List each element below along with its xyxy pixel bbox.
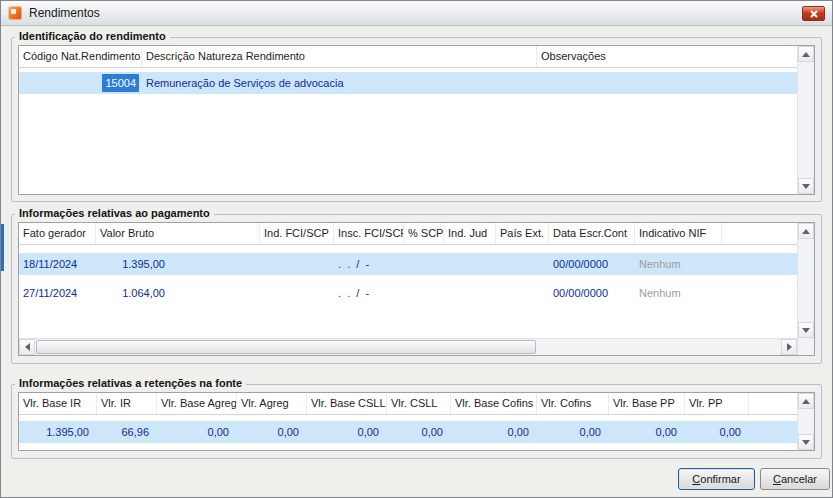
triangle-up-icon (802, 52, 810, 57)
cell-vlr-base-ir[interactable]: 1.395,00 (19, 421, 97, 443)
pagamento-row-2[interactable]: 27/11/2024 1.064,00 . . / - 00/00/0000 N… (19, 282, 814, 304)
cell-vlr-pp[interactable]: 0,00 (685, 421, 749, 443)
cell-descricao[interactable]: Remuneração de Serviços de advocacia (142, 72, 537, 94)
triangle-down-icon (802, 440, 810, 445)
cell-indicativo-nif[interactable]: Nenhum (635, 282, 722, 304)
app-icon[interactable] (8, 6, 22, 20)
identificacao-grid: Código Nat.Rendimento Descrição Natureza… (18, 45, 815, 195)
scroll-up-button[interactable] (798, 393, 814, 409)
cell-pais-ext[interactable] (496, 282, 549, 304)
pagamento-row-1[interactable]: 18/11/2024 1.395,00 . . / - 00/00/0000 N… (19, 253, 814, 275)
cell-ind-jud[interactable] (444, 282, 496, 304)
cell-observacoes[interactable] (537, 72, 814, 94)
cell-vlr-ir[interactable]: 66,96 (97, 421, 157, 443)
rendimentos-dialog: Rendimentos Identificação do rendimento … (0, 0, 833, 498)
group-retencoes-title: Informações relativas a retenções na fon… (15, 377, 246, 389)
background-window-edge (1, 224, 4, 271)
cell-vlr-csll[interactable]: 0,00 (387, 421, 451, 443)
cell-pct-scp[interactable] (404, 253, 444, 275)
cell-pct-scp[interactable] (404, 282, 444, 304)
column-header-vlr-base-ir[interactable]: Vlr. Base IR (19, 393, 97, 414)
titlebar[interactable]: Rendimentos (1, 1, 832, 26)
triangle-right-icon (787, 343, 792, 351)
cell-valor-bruto[interactable]: 1.064,00 (96, 282, 260, 304)
pagamento-grid: Fato gerador Valor Bruto Ind. FCI/SCP In… (18, 222, 815, 356)
cell-fato-gerador[interactable]: 27/11/2024 (19, 282, 96, 304)
scroll-up-button[interactable] (798, 46, 814, 62)
selected-cell-value[interactable]: 15004 (102, 74, 139, 92)
column-header-indicativo-nif[interactable]: Indicativo NIF (635, 223, 722, 244)
retencoes-grid: Vlr. Base IR Vlr. IR Vlr. Base Agreg Vlr… (18, 392, 815, 451)
column-header-vlr-base-pp[interactable]: Vlr. Base PP (609, 393, 685, 414)
cancel-button[interactable]: Cancelar (760, 468, 830, 490)
column-header-pct-scp[interactable]: % SCP (404, 223, 444, 244)
cell-codigo[interactable]: 15004 (19, 72, 142, 94)
cell-vlr-base-agreg[interactable]: 0,00 (157, 421, 237, 443)
column-header-observacoes[interactable]: Observações (537, 46, 814, 67)
retencoes-row-1[interactable]: 1.395,00 66,96 0,00 0,00 0,00 0,00 0,00 … (19, 421, 814, 443)
scroll-down-button[interactable] (798, 322, 814, 338)
scroll-right-button[interactable] (781, 339, 797, 355)
cell-insc-fci-scp[interactable]: . . / - (334, 253, 404, 275)
pagamento-header-row: Fato gerador Valor Bruto Ind. FCI/SCP In… (19, 223, 814, 245)
column-header-vlr-base-agreg[interactable]: Vlr. Base Agreg (157, 393, 237, 414)
cell-ind-fci-scp[interactable] (260, 282, 334, 304)
column-header-vlr-base-csll[interactable]: Vlr. Base CSLL (307, 393, 387, 414)
cell-filler (722, 253, 730, 275)
vertical-scrollbar[interactable] (797, 393, 814, 450)
cell-vlr-base-csll[interactable]: 0,00 (307, 421, 387, 443)
column-header-vlr-pp[interactable]: Vlr. PP (685, 393, 749, 414)
column-header-valor-bruto[interactable]: Valor Bruto (96, 223, 260, 244)
cell-vlr-base-pp[interactable]: 0,00 (609, 421, 685, 443)
triangle-left-icon (25, 343, 30, 351)
scroll-down-button[interactable] (798, 178, 814, 194)
triangle-up-icon (802, 399, 810, 404)
column-header-fato-gerador[interactable]: Fato gerador (19, 223, 96, 244)
group-pagamento-title: Informações relativas ao pagamento (15, 207, 214, 219)
column-header-ind-fci-scp[interactable]: Ind. FCI/SCP (260, 223, 334, 244)
column-header-pais-ext[interactable]: País Ext. (496, 223, 549, 244)
column-header-data-escr-cont[interactable]: Data Escr.Cont (549, 223, 635, 244)
column-header-vlr-csll[interactable]: Vlr. CSLL (387, 393, 451, 414)
confirm-button-label: Confirmar (679, 473, 754, 485)
cell-filler (749, 421, 757, 443)
cell-pais-ext[interactable] (496, 253, 549, 275)
column-header-vlr-base-cofins[interactable]: Vlr. Base Cofins (451, 393, 537, 414)
cell-ind-jud[interactable] (444, 253, 496, 275)
confirm-button[interactable]: Confirmar (678, 468, 755, 490)
triangle-down-icon (802, 328, 810, 333)
vertical-scrollbar[interactable] (797, 223, 814, 338)
scroll-left-button[interactable] (19, 339, 35, 355)
column-header-insc-fci-scp[interactable]: Insc. FCI/SCP (334, 223, 404, 244)
identificacao-row-1[interactable]: 15004 Remuneração de Serviços de advocac… (19, 72, 814, 94)
vertical-scrollbar[interactable] (797, 46, 814, 194)
column-header-vlr-ir[interactable]: Vlr. IR (97, 393, 157, 414)
cell-vlr-base-cofins[interactable]: 0,00 (451, 421, 537, 443)
cell-data-escr-cont[interactable]: 00/00/0000 (549, 282, 635, 304)
close-button[interactable] (802, 6, 825, 21)
cancel-button-label: Cancelar (761, 473, 829, 485)
horizontal-scrollbar[interactable] (19, 338, 797, 355)
column-header-ind-jud[interactable]: Ind. Jud (444, 223, 496, 244)
scroll-down-button[interactable] (798, 434, 814, 450)
window-title: Rendimentos (29, 6, 100, 20)
column-header-vlr-cofins[interactable]: Vlr. Cofins (537, 393, 609, 414)
column-header-codigo-nat-rendimento[interactable]: Código Nat.Rendimento (19, 46, 142, 67)
cell-vlr-cofins[interactable]: 0,00 (537, 421, 609, 443)
triangle-down-icon (802, 184, 810, 189)
cell-valor-bruto[interactable]: 1.395,00 (96, 253, 260, 275)
scroll-up-button[interactable] (798, 223, 814, 239)
cell-ind-fci-scp[interactable] (260, 253, 334, 275)
cell-insc-fci-scp[interactable]: . . / - (334, 282, 404, 304)
cell-data-escr-cont[interactable]: 00/00/0000 (549, 253, 635, 275)
close-icon (803, 7, 824, 20)
column-header-descricao-natureza-rendimento[interactable]: Descrição Natureza Rendimento (142, 46, 537, 67)
group-identificacao-title: Identificação do rendimento (15, 30, 170, 42)
cell-indicativo-nif[interactable]: Nenhum (635, 253, 722, 275)
triangle-up-icon (802, 229, 810, 234)
cell-fato-gerador[interactable]: 18/11/2024 (19, 253, 96, 275)
horizontal-scroll-thumb[interactable] (36, 340, 536, 354)
identificacao-header-row: Código Nat.Rendimento Descrição Natureza… (19, 46, 814, 68)
column-header-vlr-agreg[interactable]: Vlr. Agreg (237, 393, 307, 414)
cell-vlr-agreg[interactable]: 0,00 (237, 421, 307, 443)
